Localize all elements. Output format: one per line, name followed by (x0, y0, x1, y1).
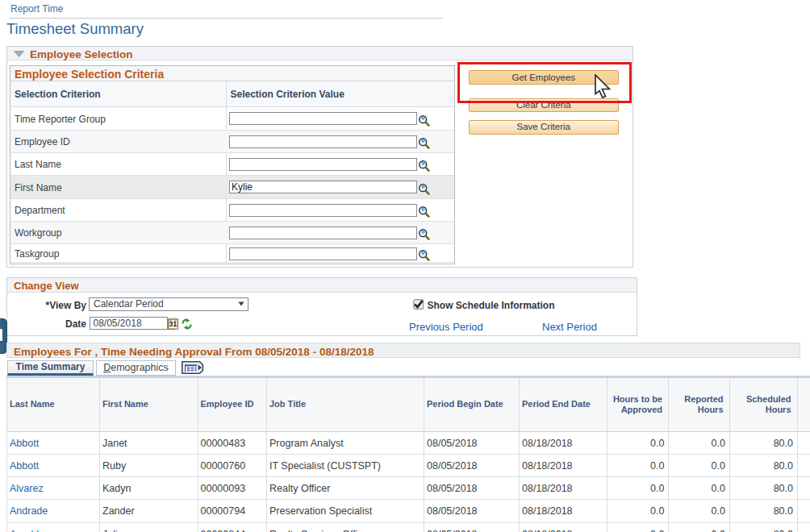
svg-text:31: 31 (169, 321, 177, 328)
